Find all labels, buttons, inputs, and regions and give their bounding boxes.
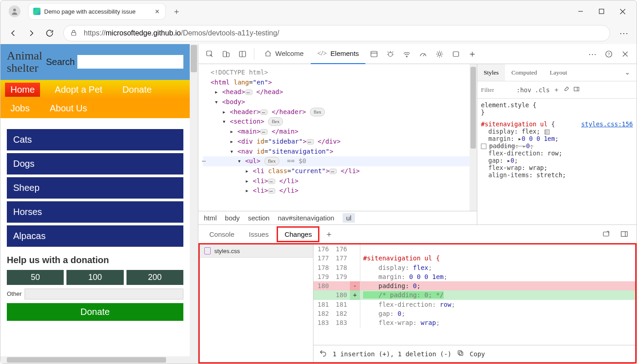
donate-100[interactable]: 100 — [66, 270, 123, 285]
help-icon[interactable]: ? — [601, 46, 617, 62]
tab-elements[interactable]: </>Elements — [311, 44, 365, 64]
tab-close-icon[interactable]: ✕ — [153, 8, 161, 15]
donate-200[interactable]: 200 — [126, 270, 183, 285]
brush-icon[interactable] — [563, 86, 570, 94]
search-input[interactable] — [77, 55, 183, 69]
donate-button[interactable]: Donate — [7, 303, 183, 321]
nav-donate[interactable]: Donate — [117, 83, 157, 97]
source-link[interactable]: styles.css:156 — [581, 120, 633, 128]
tab-styles[interactable]: Styles — [477, 64, 505, 81]
svg-point-19 — [406, 56, 407, 57]
toolbar: https://microsoftedge.github.io/Demos/de… — [0, 22, 637, 44]
drawer-tabs: Console Issues Changes ＋ — [198, 225, 637, 243]
new-rule-icon[interactable]: ＋ — [553, 86, 560, 94]
padding-checkbox[interactable] — [481, 144, 486, 149]
breadcrumb[interactable]: html body section nav#sitenavigation ul — [198, 211, 477, 224]
maximize-icon[interactable] — [591, 4, 612, 19]
drawer-tab-issues[interactable]: Issues — [243, 228, 275, 241]
drawer-tab-changes[interactable]: Changes — [277, 226, 319, 242]
svg-line-17 — [388, 51, 389, 52]
new-tab-button[interactable]: ＋ — [170, 5, 183, 18]
svg-point-0 — [13, 9, 16, 11]
revert-icon[interactable] — [319, 349, 327, 359]
forward-button[interactable] — [23, 25, 40, 41]
drawer-tab-console[interactable]: Console — [203, 228, 241, 241]
tab-bug-icon[interactable] — [383, 46, 398, 62]
tab-memory-icon[interactable] — [432, 46, 447, 62]
cat-dogs[interactable]: Dogs — [7, 153, 183, 175]
tab-perf-icon[interactable] — [415, 46, 431, 62]
address-bar[interactable]: https://microsoftedge.github.io/Demos/de… — [63, 25, 610, 41]
styles-filter-input[interactable] — [481, 86, 513, 94]
dom-tree[interactable]: <!DOCTYPE html> <html lang="en"> ▸ <head… — [198, 64, 477, 211]
diff-view[interactable]: 176176 177177#sitenavigation ul { 178178… — [313, 244, 635, 362]
back-button[interactable] — [5, 25, 21, 41]
profile-avatar[interactable] — [9, 5, 20, 17]
tab-title: Demo page with accessibility issue — [44, 8, 153, 15]
copy-icon[interactable] — [457, 349, 464, 358]
close-devtools-icon[interactable] — [617, 46, 633, 62]
more-styles-icon[interactable]: ⌄ — [618, 64, 637, 81]
svg-rect-7 — [223, 51, 227, 57]
changes-footer: 1 insertion (+), 1 deletion (-) Copy — [313, 345, 635, 362]
copy-button[interactable]: Copy — [470, 350, 485, 358]
page-header: Animal shelter Search — [0, 44, 190, 80]
flex-editor-icon[interactable] — [545, 130, 550, 135]
svg-text:?: ? — [607, 52, 610, 56]
nav-adopt[interactable]: Adopt a Pet — [49, 83, 108, 97]
devtools-toolbar: Welcome </>Elements ＋ ⋯ ? — [198, 44, 637, 64]
cat-cats[interactable]: Cats — [7, 129, 183, 150]
refresh-button[interactable] — [41, 25, 58, 41]
browser-tab[interactable]: Demo page with accessibility issue ✕ — [29, 4, 165, 19]
nav-home[interactable]: Home — [5, 83, 40, 97]
tab-welcome[interactable]: Welcome — [258, 44, 310, 64]
svg-rect-8 — [227, 53, 229, 57]
close-window-icon[interactable] — [612, 4, 633, 19]
drawer-plus-icon[interactable]: ＋ — [321, 226, 337, 242]
tab-window-icon[interactable] — [448, 46, 464, 62]
drawer-undock-icon[interactable] — [598, 226, 614, 242]
settings-menu-icon[interactable]: ⋯ — [616, 25, 632, 41]
tab-app-icon[interactable] — [366, 46, 382, 62]
hov-toggle[interactable]: :hov — [516, 86, 531, 94]
file-item[interactable]: styles.css — [200, 244, 313, 258]
page-hscrollbar[interactable] — [0, 356, 190, 364]
drawer-panel-icon[interactable] — [617, 226, 632, 242]
lock-icon — [70, 29, 77, 38]
device-icon[interactable] — [218, 46, 234, 62]
svg-rect-30 — [453, 51, 459, 56]
nav-jobs[interactable]: Jobs — [5, 101, 35, 115]
dock-icon[interactable] — [235, 46, 250, 62]
dom-vscrollbar[interactable] — [470, 64, 477, 211]
inspect-icon[interactable] — [202, 46, 217, 62]
cat-alpacas[interactable]: Alpacas — [7, 225, 183, 247]
page-vscrollbar[interactable] — [190, 44, 198, 364]
changes-filelist[interactable]: styles.css — [200, 244, 313, 362]
tab-plus-icon[interactable]: ＋ — [465, 46, 480, 62]
styles-body[interactable]: element.style { } #sitenavigation ul {st… — [477, 99, 637, 224]
donation-heading: Help us with a donation — [7, 255, 183, 265]
cat-horses[interactable]: Horses — [7, 201, 183, 223]
panel-toggle-icon[interactable] — [573, 86, 580, 94]
content-row: Animal shelter Search Home Adopt a Pet D… — [0, 44, 637, 364]
cat-sheep[interactable]: Sheep — [7, 177, 183, 199]
tab-layout[interactable]: Layout — [543, 64, 573, 81]
donate-50[interactable]: 50 — [7, 270, 64, 285]
more-tools-icon[interactable]: ⋯ — [585, 46, 600, 62]
cls-toggle[interactable]: .cls — [535, 86, 550, 94]
devtools: Welcome </>Elements ＋ ⋯ ? <!DOCTYPE — [198, 44, 637, 364]
svg-rect-2 — [599, 9, 604, 14]
minimize-icon[interactable] — [570, 4, 591, 19]
drawer: Console Issues Changes ＋ styles.css — [198, 224, 637, 364]
svg-point-13 — [388, 52, 392, 56]
svg-rect-35 — [574, 87, 579, 91]
page-viewport: Animal shelter Search Home Adopt a Pet D… — [0, 44, 198, 364]
browser-window: Demo page with accessibility issue ✕ ＋ h… — [0, 0, 637, 364]
svg-rect-9 — [239, 51, 246, 57]
nav-about[interactable]: About Us — [44, 101, 92, 115]
svg-line-28 — [437, 55, 438, 56]
svg-point-21 — [438, 53, 441, 55]
tab-computed[interactable]: Computed — [505, 64, 543, 81]
other-amount-input[interactable] — [25, 289, 183, 299]
tab-wifi-icon[interactable] — [399, 46, 415, 62]
